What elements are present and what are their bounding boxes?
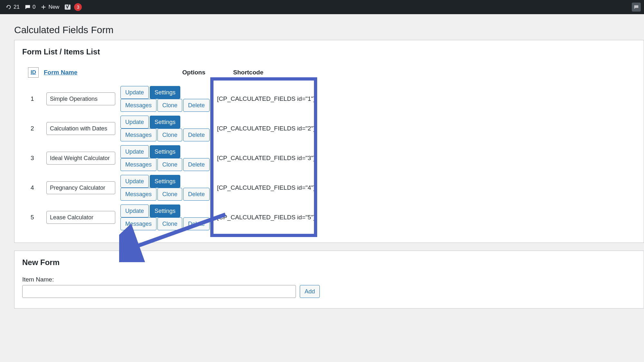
clone-button[interactable]: Clone — [157, 217, 182, 230]
yoast-menu[interactable]: 3 — [62, 0, 84, 14]
table-row: 4UpdateSettingsMessagesCloneDelete[CP_CA… — [28, 173, 317, 203]
options-cell: UpdateSettingsMessagesCloneDelete — [118, 84, 214, 114]
table-row: 2UpdateSettingsMessagesCloneDelete[CP_CA… — [28, 114, 317, 143]
shortcode-text: [CP_CALCULATED_FIELDS id="1"] — [214, 84, 317, 114]
page-title: Calculated Fields Form — [14, 24, 644, 35]
row-id: 2 — [28, 114, 44, 143]
update-button[interactable]: Update — [120, 175, 149, 188]
adminbar-right-icon[interactable] — [632, 3, 641, 12]
refresh-icon — [6, 4, 12, 10]
options-header: Options — [118, 65, 214, 84]
comments-count: 0 — [33, 4, 35, 10]
messages-button[interactable]: Messages — [120, 99, 156, 112]
clone-button[interactable]: Clone — [157, 188, 182, 201]
settings-button[interactable]: Settings — [150, 205, 180, 217]
delete-button[interactable]: Delete — [183, 188, 210, 201]
sort-by-id[interactable]: ID — [28, 67, 39, 78]
updates-menu[interactable]: 21 — [3, 0, 22, 14]
row-id: 4 — [28, 173, 44, 203]
messages-button[interactable]: Messages — [120, 158, 156, 171]
shortcode-text: [CP_CALCULATED_FIELDS id="2"] — [214, 114, 317, 143]
update-button[interactable]: Update — [120, 86, 149, 99]
settings-button[interactable]: Settings — [150, 86, 180, 99]
options-cell: UpdateSettingsMessagesCloneDelete — [118, 173, 214, 203]
clone-button[interactable]: Clone — [157, 158, 182, 171]
settings-button[interactable]: Settings — [150, 116, 180, 129]
form-name-input[interactable] — [46, 92, 115, 105]
item-name-input[interactable] — [22, 285, 296, 298]
delete-button[interactable]: Delete — [183, 129, 210, 141]
messages-button[interactable]: Messages — [120, 188, 156, 201]
shortcode-text: [CP_CALCULATED_FIELDS id="5"] — [214, 203, 317, 232]
form-name-input[interactable] — [46, 211, 115, 224]
admin-bar: 21 0 New 3 — [0, 0, 644, 14]
yoast-badge: 3 — [74, 3, 82, 11]
sort-by-name[interactable]: Form Name — [44, 69, 78, 76]
update-button[interactable]: Update — [120, 116, 149, 129]
form-list-heading: Form List / Items List — [22, 47, 636, 56]
new-form-panel: New Form Item Name: Add — [14, 251, 644, 309]
table-row: 3UpdateSettingsMessagesCloneDelete[CP_CA… — [28, 143, 317, 173]
row-id: 3 — [28, 143, 44, 173]
messages-button[interactable]: Messages — [120, 129, 156, 141]
form-name-input[interactable] — [46, 152, 115, 165]
shortcode-text: [CP_CALCULATED_FIELDS id="3"] — [214, 143, 317, 173]
table-row: 5UpdateSettingsMessagesCloneDelete[CP_CA… — [28, 203, 317, 232]
update-button[interactable]: Update — [120, 205, 149, 217]
settings-button[interactable]: Settings — [150, 175, 180, 188]
row-id: 1 — [28, 84, 44, 114]
admin-page: Calculated Fields Form Form List / Items… — [0, 14, 644, 309]
options-cell: UpdateSettingsMessagesCloneDelete — [118, 203, 214, 232]
options-cell: UpdateSettingsMessagesCloneDelete — [118, 143, 214, 173]
update-button[interactable]: Update — [120, 145, 149, 158]
messages-button[interactable]: Messages — [120, 217, 156, 230]
settings-button[interactable]: Settings — [150, 145, 180, 158]
form-name-input[interactable] — [46, 181, 115, 194]
delete-button[interactable]: Delete — [183, 158, 210, 171]
options-cell: UpdateSettingsMessagesCloneDelete — [118, 114, 214, 143]
yoast-icon — [64, 4, 71, 10]
comment-icon — [25, 4, 31, 10]
updates-count: 21 — [14, 4, 20, 10]
shortcode-text: [CP_CALCULATED_FIELDS id="4"] — [214, 173, 317, 203]
clone-button[interactable]: Clone — [157, 99, 182, 112]
new-label: New — [48, 4, 59, 10]
add-button[interactable]: Add — [300, 285, 320, 298]
table-row: 1UpdateSettingsMessagesCloneDelete[CP_CA… — [28, 84, 317, 114]
item-name-label: Item Name: — [22, 276, 636, 283]
new-form-heading: New Form — [22, 258, 636, 267]
new-content-menu[interactable]: New — [38, 0, 62, 14]
plus-icon — [41, 4, 46, 10]
delete-button[interactable]: Delete — [183, 99, 210, 112]
shortcode-header: Shortcode — [214, 65, 317, 84]
delete-button[interactable]: Delete — [183, 217, 210, 230]
clone-button[interactable]: Clone — [157, 129, 182, 141]
comments-menu[interactable]: 0 — [22, 0, 38, 14]
row-id: 5 — [28, 203, 44, 232]
form-list-panel: Form List / Items List ID Form Name Opti… — [14, 40, 644, 243]
form-name-input[interactable] — [46, 122, 115, 135]
form-list-table: ID Form Name Options Shortcode 1UpdateSe… — [28, 65, 317, 232]
